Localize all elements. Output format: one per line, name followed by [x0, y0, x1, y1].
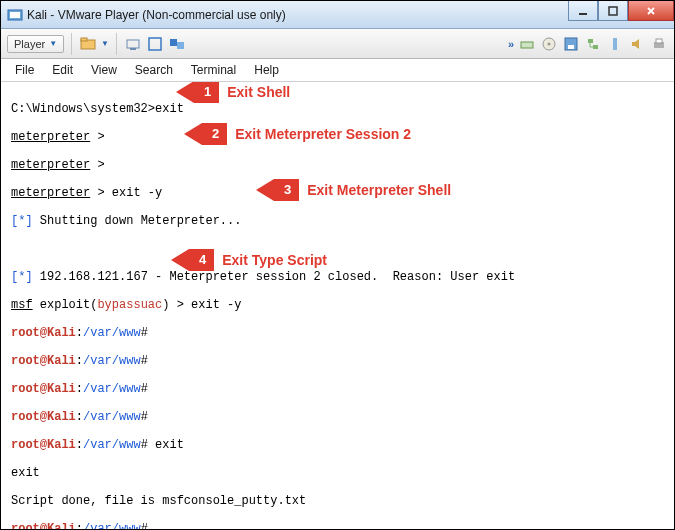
terminal-line: root@Kali:/var/www#	[11, 410, 670, 424]
svg-rect-7	[130, 48, 136, 50]
network-icon[interactable]	[584, 35, 602, 53]
svg-rect-3	[609, 7, 617, 15]
app-icon	[7, 7, 23, 23]
printer-icon[interactable]	[650, 35, 668, 53]
terminal-line: exit	[11, 466, 670, 480]
svg-rect-17	[593, 45, 598, 49]
unity-icon[interactable]	[168, 35, 186, 53]
menu-help[interactable]: Help	[246, 61, 287, 79]
svg-rect-20	[656, 39, 662, 43]
menu-terminal[interactable]: Terminal	[183, 61, 244, 79]
terminal-line	[11, 242, 670, 256]
terminal-output[interactable]: C:\Windows\system32>exit meterpreter > m…	[1, 82, 674, 530]
svg-rect-5	[81, 38, 87, 41]
toolbar-separator	[116, 33, 117, 55]
cd-icon[interactable]	[540, 35, 558, 53]
floppy-icon[interactable]	[562, 35, 580, 53]
chevron-down-icon[interactable]: ▼	[101, 39, 109, 48]
terminal-line: C:\Windows\system32>exit	[11, 102, 670, 116]
svg-rect-9	[170, 39, 177, 46]
terminal-line: Script done, file is msfconsole_putty.tx…	[11, 494, 670, 508]
vmware-toolbar: Player ▼ ▼ »	[1, 29, 674, 59]
annotation-label: Exit Shell	[227, 85, 290, 99]
arrow-icon	[176, 82, 194, 103]
svg-rect-8	[149, 38, 161, 50]
svg-rect-16	[588, 39, 593, 43]
svg-rect-11	[521, 42, 533, 48]
svg-rect-18	[613, 38, 617, 50]
menu-edit[interactable]: Edit	[44, 61, 81, 79]
player-menu-label: Player	[14, 38, 45, 50]
terminal-line: root@Kali:/var/www#	[11, 382, 670, 396]
close-button[interactable]	[628, 1, 674, 21]
window-title: Kali - VMware Player (Non-commercial use…	[27, 8, 286, 22]
terminal-line: [*] 192.168.121.167 - Meterpreter sessio…	[11, 270, 670, 284]
terminal-line: root@Kali:/var/www#	[11, 354, 670, 368]
terminal-line: msf exploit(bypassuac) > exit -y	[11, 298, 670, 312]
terminal-line: root@Kali:/var/www#	[11, 522, 670, 530]
terminal-line: meterpreter > exit -y	[11, 186, 670, 200]
terminal-line: [*] Shutting down Meterpreter...	[11, 214, 670, 228]
terminal-line: root@Kali:/var/www#	[11, 326, 670, 340]
terminal-line: meterpreter >	[11, 130, 670, 144]
annotation-number: 1	[204, 85, 211, 99]
folder-icon[interactable]	[79, 35, 97, 53]
drive-icon[interactable]	[518, 35, 536, 53]
usb-icon[interactable]	[606, 35, 624, 53]
svg-rect-1	[10, 12, 20, 18]
svg-point-13	[548, 42, 551, 45]
sound-icon[interactable]	[628, 35, 646, 53]
toolbar-separator	[71, 33, 72, 55]
chevron-down-icon: ▼	[49, 39, 57, 48]
svg-rect-6	[127, 40, 139, 48]
arrow-icon: »	[508, 38, 514, 50]
svg-rect-15	[568, 45, 574, 49]
annotation-number: 4	[199, 253, 206, 267]
svg-rect-10	[177, 42, 184, 49]
player-menu-button[interactable]: Player ▼	[7, 35, 64, 53]
fullscreen-icon[interactable]	[146, 35, 164, 53]
svg-rect-2	[579, 13, 587, 15]
annotation-label: Exit Type Script	[222, 253, 327, 267]
terminal-menubar: File Edit View Search Terminal Help	[1, 59, 674, 81]
window-titlebar: Kali - VMware Player (Non-commercial use…	[1, 1, 674, 29]
terminal-line: meterpreter >	[11, 158, 670, 172]
menu-view[interactable]: View	[83, 61, 125, 79]
menu-search[interactable]: Search	[127, 61, 181, 79]
minimize-button[interactable]	[568, 1, 598, 21]
device-icon[interactable]	[124, 35, 142, 53]
maximize-button[interactable]	[598, 1, 628, 21]
menu-file[interactable]: File	[7, 61, 42, 79]
annotation-1: 1 Exit Shell	[176, 82, 290, 103]
terminal-line: root@Kali:/var/www# exit	[11, 438, 670, 452]
